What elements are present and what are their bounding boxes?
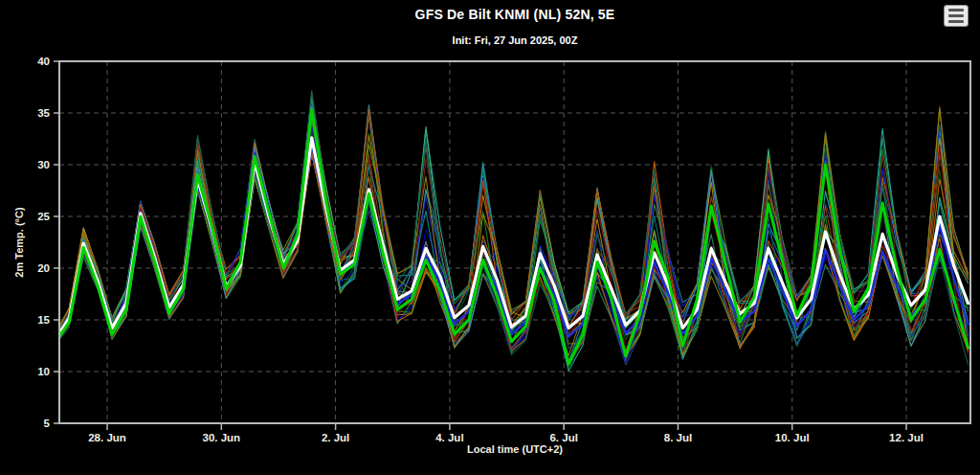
y-tick-label: 15 bbox=[37, 314, 50, 326]
meteogram-plot: 51015202530354028. Jun30. Jun2. Jul4. Ju… bbox=[0, 0, 980, 475]
y-tick-label: 25 bbox=[37, 211, 50, 222]
meteogram-page: GFS De Bilt KNMI (NL) 52N, 5E Init: Fri,… bbox=[0, 0, 980, 475]
x-tick-label: 4. Jul bbox=[435, 432, 463, 443]
x-tick-label: 2. Jul bbox=[322, 432, 349, 443]
x-tick-label: 28. Jun bbox=[88, 432, 126, 443]
ensemble-member-line-20 bbox=[55, 135, 968, 349]
y-tick-label: 5 bbox=[44, 418, 51, 429]
x-tick-label: 12. Jul bbox=[889, 432, 924, 443]
x-tick-label: 8. Jul bbox=[664, 432, 692, 443]
x-tick-label: 30. Jun bbox=[202, 432, 240, 443]
x-tick-label: 10. Jul bbox=[775, 432, 810, 443]
y-tick-label: 10 bbox=[37, 366, 50, 377]
x-tick-label: 6. Jul bbox=[549, 432, 577, 443]
y-tick-label: 40 bbox=[37, 56, 50, 67]
y-tick-label: 20 bbox=[37, 262, 50, 274]
y-tick-label: 30 bbox=[37, 159, 50, 170]
y-tick-label: 35 bbox=[37, 107, 50, 119]
